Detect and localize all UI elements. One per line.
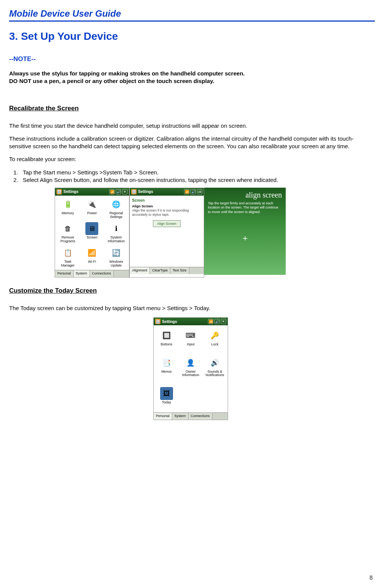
recal-para-1: The first time you start the device hand… [9,122,375,130]
crosshair-icon[interactable]: ＋ [241,233,249,244]
today-icon: 🖼 [160,387,173,400]
app-lock[interactable]: 🔑Lock [203,329,227,351]
wifi-label: Wi-Fi [88,260,96,263]
task-label: Task Manager [61,260,75,267]
screen-panel: Screen Align Screen Align the screen if … [130,196,204,267]
close-icon[interactable]: ✕ [221,319,226,324]
signal-icon: 📶 [109,189,115,194]
app-menus[interactable]: 📑Menus [154,356,179,382]
recal-steps: Tap the Start menu > Settings >System Ta… [9,169,375,184]
input-label: Input [187,343,194,346]
tab-connections[interactable]: Connections [90,270,114,277]
screen-label: Screen [87,236,98,239]
ok-icon[interactable]: ok [197,189,202,194]
power-label: Power [87,212,97,215]
buttons-icon: 🔲 [160,329,173,342]
align-title: align screen [246,190,282,200]
close-icon[interactable]: ✕ [122,189,127,194]
today-para: The Today screen can be customized by ta… [9,304,375,312]
remove-label: Remove Programs [60,236,75,243]
screenshot-row-1: 🪟 Settings 📶 🔊 ✕ 🔋Memory🔌Power🌐Regional … [55,188,375,278]
panel-heading: Screen [132,198,201,203]
wm-titlebar-2: 🪟 Settings 📶 🔊 ok [130,188,204,196]
wm-titlebar: 🪟 Settings 📶 🔊 ✕ [55,188,129,196]
buttons-label: Buttons [161,343,173,346]
device-screen-panel: 🪟 Settings 📶 🔊 ok Screen Align Screen Al… [129,188,204,278]
owner-label: Owner Information [182,370,199,377]
sysinfo-label: System Information [108,236,125,243]
note-line-2: DO NOT use a pen, a pencil or any other … [9,77,375,85]
tab-alignment[interactable]: Alignment [130,267,150,274]
menus-icon: 📑 [160,356,173,369]
menus-label: Menus [161,370,172,373]
volume-icon: 🔊 [116,189,121,194]
signal-icon: 📶 [184,189,189,194]
app-input[interactable]: ⌨Input [179,329,203,351]
volume-icon: 🔊 [214,319,220,324]
tab-system[interactable]: System [172,413,189,420]
input-icon: ⌨ [184,329,197,342]
app-memory[interactable]: 🔋Memory [56,198,80,221]
app-buttons[interactable]: 🔲Buttons [154,329,179,351]
recal-para-2: These instructions include a calibration… [9,135,375,151]
task-icon: 📋 [61,246,74,259]
tab-connections[interactable]: Connections [189,413,212,420]
wm-title-3: Settings [162,319,206,325]
note-line-1: Always use the stylus for tapping or mak… [9,70,375,77]
steps-label: To recalibrate your screen: [9,155,375,163]
regional-icon: 🌐 [110,198,123,211]
align-screen-button[interactable]: Align Screen [153,220,181,227]
app-power[interactable]: 🔌Power [80,198,104,221]
today-label: Today [162,401,171,404]
winup-label: Windows Update [109,260,123,267]
tab-personal[interactable]: Personal [55,270,74,277]
wm-title: Settings [63,189,108,194]
device-settings-personal: 🪟 Settings 📶 🔊 ✕ 🔲Buttons⌨Input🔑Lock📑Men… [153,317,228,420]
step-1: Tap the Start menu > Settings >System Ta… [20,169,375,176]
start-icon[interactable]: 🪟 [131,189,137,194]
wifi-icon: 📶 [85,246,98,259]
memory-icon: 🔋 [61,198,74,211]
section-recalibrate-heading: Recalibrate the Screen [9,104,375,113]
step-2: Select Align Screen button, and follow t… [20,176,375,184]
app-today[interactable]: 🖼Today [154,387,179,409]
wm-titlebar-3: 🪟 Settings 📶 🔊 ✕ [154,318,228,325]
lock-icon: 🔑 [208,329,221,342]
app-screen[interactable]: 🖥Screen [80,222,104,245]
sysinfo-icon: ℹ [110,222,123,235]
app-remove[interactable]: 🗑Remove Programs [56,222,80,245]
tab-personal[interactable]: Personal [154,413,172,420]
panel-sub: Align Screen [132,204,201,209]
note-label: --NOTE-- [9,55,375,64]
start-icon[interactable]: 🪟 [57,189,62,194]
screen-icon: 🖥 [85,222,98,235]
app-winup[interactable]: 🔄Windows Update [104,246,128,269]
tab-text-size[interactable]: Text Size [170,267,189,274]
app-sysinfo[interactable]: ℹSystem Information [104,222,128,245]
winup-icon: 🔄 [110,246,123,259]
power-icon: 🔌 [85,198,98,211]
app-task[interactable]: 📋Task Manager [56,246,80,269]
owner-icon: 👤 [184,356,197,369]
tab-system[interactable]: System [74,270,90,277]
align-text: Tap the target firmly and accurately at … [208,201,282,214]
wm-title-2: Settings [138,189,183,194]
app-owner[interactable]: 👤Owner Information [179,356,203,382]
start-icon[interactable]: 🪟 [155,319,161,324]
lock-label: Lock [211,343,219,346]
memory-label: Memory [62,212,74,215]
doc-header: Mobile Device User Guide [9,8,375,22]
app-regional[interactable]: 🌐Regional Settings [104,198,128,221]
tab-cleartype[interactable]: ClearType [150,267,170,274]
sounds-icon: 🔊 [208,356,221,369]
sounds-label: Sounds & Notifications [206,370,224,377]
volume-icon: 🔊 [190,189,196,194]
chapter-title: 3. Set Up Your Device [9,29,375,44]
app-wifi[interactable]: 📶Wi-Fi [80,246,104,269]
section-today-heading: Customize the Today Screen [9,287,375,295]
remove-icon: 🗑 [61,222,74,235]
panel-desc: Align the screen if it is not responding… [132,209,201,217]
note-body: Always use the stylus for tapping or mak… [9,70,375,85]
app-sounds[interactable]: 🔊Sounds & Notifications [203,356,227,382]
device-align-target[interactable]: align screen Tap the target firmly and a… [204,188,286,275]
